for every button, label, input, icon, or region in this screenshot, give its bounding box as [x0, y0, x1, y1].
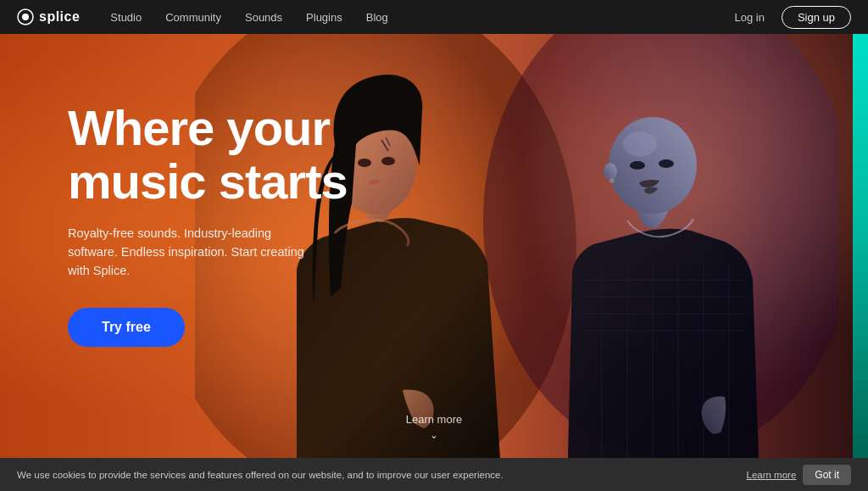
nav-links: Studio Community Sounds Plugins Blog	[100, 8, 727, 27]
cookie-accept-button[interactable]: Got it	[803, 465, 851, 485]
hero-subtitle: Royalty-free sounds. Industry-leading so…	[68, 225, 305, 280]
nav-plugins[interactable]: Plugins	[296, 8, 353, 27]
nav-community[interactable]: Community	[155, 8, 231, 27]
splice-logo-icon	[17, 8, 34, 25]
brand-name: splice	[39, 9, 80, 25]
cookie-message: We use cookies to provide the services a…	[17, 470, 740, 480]
cookie-learn-more-link[interactable]: Learn more	[747, 470, 797, 480]
signup-button[interactable]: Sign up	[782, 6, 851, 29]
svg-point-17	[609, 117, 697, 214]
logo[interactable]: splice	[17, 8, 80, 25]
cookie-banner: We use cookies to provide the services a…	[0, 458, 868, 491]
learn-more-label: Learn more	[406, 413, 462, 426]
hero-content: Where your music starts Royalty-free sou…	[68, 102, 390, 347]
svg-point-20	[659, 159, 674, 168]
teal-accent	[853, 0, 868, 458]
login-button[interactable]: Log in	[727, 8, 771, 27]
hero-title: Where your music starts	[68, 102, 390, 208]
learn-more[interactable]: Learn more ⌄	[406, 413, 462, 441]
hero-section: Where your music starts Royalty-free sou…	[0, 0, 868, 458]
chevron-down-icon: ⌄	[430, 429, 438, 441]
svg-point-22	[609, 178, 615, 183]
try-free-button[interactable]: Try free	[68, 308, 185, 347]
svg-point-19	[630, 161, 645, 170]
nav-blog[interactable]: Blog	[356, 8, 398, 27]
nav-actions: Log in Sign up	[727, 6, 851, 29]
svg-point-1	[22, 14, 29, 20]
svg-point-21	[604, 163, 617, 180]
nav-sounds[interactable]: Sounds	[235, 8, 292, 27]
navbar: splice Studio Community Sounds Plugins B…	[0, 0, 868, 34]
svg-point-18	[623, 131, 657, 157]
nav-studio[interactable]: Studio	[100, 8, 152, 27]
